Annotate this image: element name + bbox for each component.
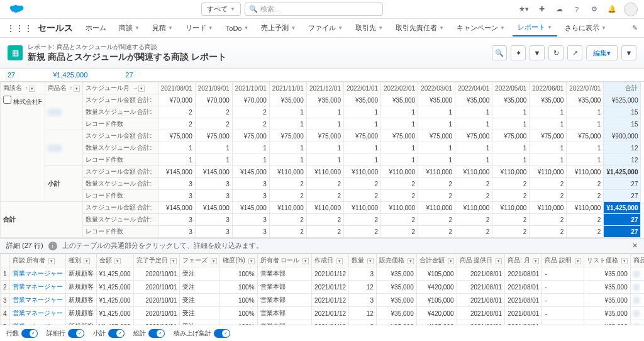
cloud-icon[interactable]: ☁ bbox=[553, 4, 565, 15]
matrix-row-header[interactable]: スケジュール月 →▾ bbox=[82, 82, 158, 94]
help-icon[interactable]: ? bbox=[571, 4, 582, 15]
matrix-month-header[interactable]: 2021/10/01 bbox=[232, 82, 269, 94]
toggle-subtotal-label: 小計 bbox=[93, 329, 106, 338]
report-header: ▦ レポート: 商品とスケジュールが関連する商談 新規 商品とスケジュールが関連… bbox=[0, 38, 644, 69]
edit-nav-icon[interactable]: ✎ bbox=[632, 24, 638, 32]
more-button[interactable]: ▼ bbox=[621, 45, 636, 60]
detail-col-header[interactable]: 確度(%) ▾ bbox=[220, 254, 257, 267]
toggle-rowcount-label: 行数 bbox=[6, 329, 19, 338]
favorites-icon[interactable]: ★▾ bbox=[518, 4, 530, 15]
matrix-month-header[interactable]: 2021/11/01 bbox=[269, 82, 306, 94]
detail-col-header[interactable]: 合計金額 ▾ bbox=[416, 254, 457, 267]
toggle-rowcount[interactable] bbox=[21, 329, 38, 338]
matrix-month-header[interactable]: 2021/12/01 bbox=[306, 82, 343, 94]
user-avatar[interactable] bbox=[624, 3, 638, 16]
refresh-button[interactable]: ↻ bbox=[548, 45, 564, 60]
app-name: セールス bbox=[38, 23, 73, 34]
info-icon: i bbox=[48, 242, 57, 250]
detail-col-header[interactable]: 作成日 ▾ bbox=[312, 254, 349, 267]
matrix-month-header[interactable]: 2022/04/01 bbox=[455, 82, 492, 94]
detail-row[interactable]: 4営業マネージャー新規顧客¥1,425,0002020/10/01受注100%営… bbox=[1, 307, 645, 320]
detail-col-header[interactable]: 種別 ▾ bbox=[65, 254, 96, 267]
matrix-table: 商談名 ↑▾商品名 ↑▾スケジュール月 →▾2021/08/012021/09/… bbox=[0, 82, 644, 238]
toggle-total-label: 総計 bbox=[133, 329, 146, 338]
edit-button[interactable]: 編集 ▾ bbox=[586, 45, 618, 60]
detail-col-header[interactable]: フェーズ ▾ bbox=[180, 254, 220, 267]
detail-col-header[interactable]: 数量 ▾ bbox=[349, 254, 377, 267]
detail-title: 詳細 (27 行) bbox=[6, 241, 43, 250]
add-icon[interactable]: ✚ bbox=[536, 4, 547, 15]
nav-item-5[interactable]: 売上予測 ▼ bbox=[256, 20, 301, 36]
filter-button[interactable]: ▼ bbox=[530, 45, 545, 60]
nav-item-10[interactable]: レポート ▼ bbox=[513, 20, 557, 36]
matrix-month-header[interactable]: 2022/05/01 bbox=[492, 82, 530, 94]
detail-col-header[interactable]: リスト価格 ▾ bbox=[584, 254, 630, 267]
detail-col-header[interactable]: 商品: 月 ▾ bbox=[505, 254, 542, 267]
report-icon: ▦ bbox=[8, 45, 23, 60]
matrix-product: aaaa bbox=[45, 94, 82, 130]
matrix-month-header[interactable]: 2022/02/01 bbox=[381, 82, 418, 94]
detail-header: 詳細 (27 行) i 上のテーブルの共通部分をクリックして、詳細を絞り込みます… bbox=[0, 238, 644, 254]
toggle-detail[interactable] bbox=[68, 329, 84, 338]
search-scope-dropdown[interactable]: すべて▼ bbox=[201, 3, 241, 16]
nav-item-8[interactable]: 取引先責任者 ▼ bbox=[391, 20, 449, 36]
report-breadcrumb: レポート: 商品とスケジュールが関連する商談 bbox=[28, 43, 492, 52]
nav-item-1[interactable]: 商談 ▼ bbox=[114, 20, 145, 36]
global-search-input[interactable]: 🔍 検索... bbox=[245, 3, 383, 16]
matrix-month-header[interactable]: 2022/06/01 bbox=[530, 82, 567, 94]
detail-col-header[interactable]: 商品コード ▾ bbox=[630, 254, 644, 267]
nav-item-9[interactable]: キャンペーン ▼ bbox=[452, 20, 510, 36]
nav-item-0[interactable]: ホーム bbox=[80, 20, 111, 36]
detail-row[interactable]: 1営業マネージャー新規顧客¥1,425,0002020/10/01受注100%営… bbox=[1, 267, 645, 281]
summary-row: 27 ¥1,425,000 27 bbox=[0, 69, 644, 82]
detail-row[interactable]: 2営業マネージャー新規顧客¥1,425,0002020/10/01受注100%営… bbox=[1, 281, 645, 294]
detail-col-header[interactable]: 金額 ▾ bbox=[96, 254, 133, 267]
matrix-row-header[interactable]: 商品名 ↑▾ bbox=[45, 82, 82, 94]
matrix-group-parent[interactable]: 株式会社F bbox=[1, 94, 45, 202]
nav-item-3[interactable]: リード ▼ bbox=[180, 20, 218, 36]
setup-icon[interactable]: ⚙ bbox=[589, 4, 600, 15]
detail-col-header[interactable]: 完了予定日 ▾ bbox=[133, 254, 180, 267]
search-button[interactable]: 🔍 bbox=[492, 45, 507, 60]
detail-col-header[interactable]: 商品 説明 ▾ bbox=[542, 254, 584, 267]
detail-col-header[interactable]: 所有者 ロール ▾ bbox=[257, 254, 312, 267]
toggle-stacked[interactable] bbox=[214, 329, 230, 338]
summary-amount: ¥1,425,000 bbox=[53, 71, 87, 79]
matrix-month-header[interactable]: 2022/01/01 bbox=[343, 82, 380, 94]
toggle-total[interactable] bbox=[148, 329, 165, 338]
detail-hint: 上のテーブルの共通部分をクリックして、詳細を絞り込みます。 bbox=[62, 241, 263, 250]
export-button[interactable]: ↗ bbox=[567, 45, 582, 60]
detail-close-icon[interactable]: ✕ bbox=[632, 242, 638, 250]
global-header: すべて▼ 🔍 検索... ★▾ ✚ ☁ ? ⚙ 🔔 bbox=[0, 0, 644, 19]
nav-item-11[interactable]: さらに表示 ▼ bbox=[560, 20, 611, 36]
summary-records: 27 bbox=[125, 71, 133, 79]
detail-col-header[interactable]: 商品 提供日 ▾ bbox=[457, 254, 505, 267]
detail-row[interactable]: 3営業マネージャー新規顧客¥1,425,0002020/10/01受注100%営… bbox=[1, 294, 645, 307]
nav-item-7[interactable]: 取引先 ▼ bbox=[350, 20, 388, 36]
matrix-row-header[interactable]: 商談名 ↑▾ bbox=[1, 82, 45, 94]
chart-button[interactable]: ✦ bbox=[511, 45, 526, 60]
app-nav: ⋮⋮⋮ セールス ホーム商談 ▼見積 ▼リード ▼ToDo ▼売上予測 ▼ファイ… bbox=[0, 19, 644, 38]
salesforce-logo bbox=[6, 3, 25, 16]
detail-col-header[interactable]: 販売価格 ▾ bbox=[376, 254, 416, 267]
summary-count: 27 bbox=[8, 71, 15, 79]
matrix-total-header: 合計 bbox=[604, 82, 641, 94]
detail-col-header[interactable]: 商談 所有者 ▾ bbox=[9, 254, 65, 267]
footer-toggles: 行数 詳細行 小計 総計 積み上げ集計 bbox=[0, 325, 644, 341]
toggle-stacked-label: 積み上げ集計 bbox=[174, 329, 211, 338]
nav-item-4[interactable]: ToDo ▼ bbox=[221, 20, 254, 36]
toggle-subtotal[interactable] bbox=[108, 329, 125, 338]
matrix-month-header[interactable]: 2021/08/01 bbox=[158, 82, 195, 94]
nav-item-6[interactable]: ファイル ▼ bbox=[303, 20, 348, 36]
toggle-detail-label: 詳細行 bbox=[47, 329, 65, 338]
matrix-month-header[interactable]: 2022/03/01 bbox=[418, 82, 455, 94]
matrix-month-header[interactable]: 2022/07/01 bbox=[567, 82, 604, 94]
nav-item-2[interactable]: 見積 ▼ bbox=[147, 20, 178, 36]
notifications-icon[interactable]: 🔔 bbox=[606, 4, 618, 15]
nav-items: ホーム商談 ▼見積 ▼リード ▼ToDo ▼売上予測 ▼ファイル ▼取引先 ▼取… bbox=[80, 20, 611, 36]
report-title: 新規 商品とスケジュールが関連する商談 レポート bbox=[28, 52, 492, 63]
row-checkbox[interactable] bbox=[3, 96, 11, 104]
app-launcher-icon[interactable]: ⋮⋮⋮ bbox=[6, 23, 33, 33]
matrix-month-header[interactable]: 2021/09/01 bbox=[195, 82, 232, 94]
